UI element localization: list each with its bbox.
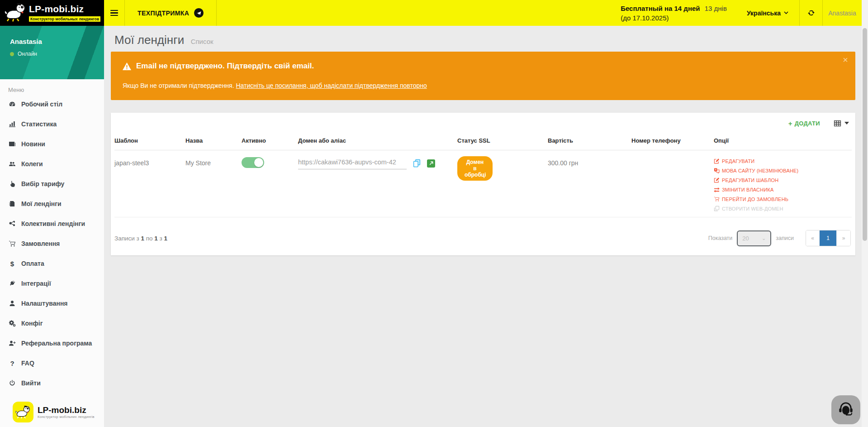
sidebar-item-payment[interactable]: $ Оплата [0,254,104,273]
sidebar-item-news[interactable]: Новини [0,134,104,154]
topbar-username[interactable]: Anastasia [823,0,862,26]
language-icon [714,168,720,173]
dog-logo-icon [13,402,33,422]
refresh-icon [807,9,815,17]
sidebar-item-referral[interactable]: Реферальна програма [0,333,104,353]
scrollbar-thumb[interactable] [863,28,867,241]
option-edit[interactable]: РЕДАГУВАТИ [714,158,852,164]
hamburger-menu-button[interactable] [104,0,125,26]
copy-icon[interactable] [413,159,421,168]
menu-section-label: Меню [8,86,104,93]
column-header[interactable]: Шаблон [114,137,185,144]
column-header[interactable]: Статус SSL [457,137,548,144]
sidebar-item-my-landings[interactable]: Мої лендінги [0,194,104,214]
footer-logo-subtitle: Конструктор мобільних лендингів [38,415,95,419]
sidebar-item-dashboard[interactable]: Робочий стіл [0,94,104,114]
records-summary: Записи з 1 по 1 з 1 [114,235,167,242]
profile-name: Anastasia [10,38,104,45]
profile-block: Anastasia Онлайн [0,26,104,79]
sidebar-item-tariff[interactable]: Вибір тарифу [0,174,104,194]
page-subtitle: Список [191,38,213,45]
open-external-link-icon[interactable] [427,159,435,168]
plug-icon [8,280,16,287]
panel-toolbar: + ДОДАТИ [114,113,852,134]
trial-until-date: (до 17.10.2025) [621,13,669,23]
sidebar-footer-logo[interactable]: LP-mobi.biz Конструктор мобільних лендин… [13,402,95,422]
close-icon[interactable]: × [843,55,848,64]
sidebar-item-collective-landings[interactable]: Колективні лендінги [0,214,104,234]
column-header[interactable]: Номер телефону [631,137,714,144]
sidebar-item-config[interactable]: Конфіг [0,313,104,333]
active-toggle[interactable] [242,157,264,168]
sidebar-item-label: Конфіг [21,320,43,327]
landings-panel: + ДОДАТИ Шаблон Назва Активно Домен або … [111,113,855,255]
user-icon [8,300,16,307]
logo-title: LP-mobi.biz [29,4,100,14]
cell-active [242,156,298,168]
sidebar-item-orders[interactable]: Замовлення [0,234,104,254]
sidebar-item-logout[interactable]: Вийти [0,373,104,393]
app-logo[interactable]: LP-mobi.biz Конструктор мобильных лендин… [0,0,104,26]
email-warning-banner: × Email не підтверджено. Підтвердіть сві… [111,52,855,100]
support-label: ТЕХПІДТРИМКА [138,10,189,17]
option-change-owner[interactable]: ЗМІНИТИ ВЛАСНИКА [714,187,852,192]
page-head: Мої лендінги Список [104,26,862,47]
cell-price: 300.00 грн [548,156,631,167]
option-go-to-orders[interactable]: ПЕРЕЙТИ ДО ЗАМОВЛЕНЬ [714,196,852,202]
scrollbar-track[interactable] [862,0,868,427]
support-chat-button[interactable] [831,395,860,424]
topbar-main: ТЕХПІДТРИМКА Бесплатный на 14 дней 13 дн… [104,0,862,26]
page-size-select[interactable]: 20 ⌄ [737,230,771,246]
edit-icon [714,158,720,164]
option-edit-template[interactable]: РЕДАГУВАТИ ШАБЛОН [714,177,852,183]
language-selector[interactable]: Українська [736,0,799,26]
column-header[interactable]: Опції [714,137,852,144]
pagination-prev-button[interactable]: « [806,230,820,246]
support-button[interactable]: ТЕХПІДТРИМКА [125,0,217,26]
alert-title: Email не підтверджено. Підтвердіть свій … [136,62,314,71]
dollar-icon: $ [8,260,16,268]
page-size-value: 20 [742,235,749,242]
cell-template: japan-steel3 [114,156,185,167]
table-footer: Записи з 1 по 1 з 1 Показати 20 ⌄ записи… [114,217,852,255]
sidebar-item-label: Новини [21,140,45,148]
telegram-icon [194,8,204,18]
cell-name: My Store [185,156,242,167]
option-site-language[interactable]: МОВА САЙТУ (НЕЗМІНЮВАНЕ) [714,168,852,173]
column-header[interactable]: Домен або аліас [298,137,457,144]
add-landing-button[interactable]: + ДОДАТИ [788,120,820,127]
column-header[interactable]: Вартість [548,137,631,144]
cell-domain [298,156,457,169]
sidebar-item-label: FAQ [21,360,34,367]
pagination-page-1-button[interactable]: 1 [820,230,837,246]
ssl-status-badge: Домен в обробці [457,156,493,181]
sidebar-item-integrations[interactable]: Інтеграції [0,273,104,293]
sidebar-item-faq[interactable]: ? FAQ [0,353,104,373]
column-header[interactable]: Назва [185,137,242,144]
table-row: japan-steel3 My Store Домен в обробці [114,150,852,217]
pagination-next-button[interactable]: » [837,230,850,246]
rows-label: записи [776,235,794,241]
grid-icon [834,120,841,127]
domain-input[interactable] [298,157,407,169]
plus-icon: + [788,120,792,127]
sidebar-item-statistics[interactable]: Статистика [0,114,104,134]
app-screen: LP-mobi.biz Конструктор мобильных лендин… [0,0,868,427]
trial-status: Бесплатный на 14 дней 13 днів (до 17.10.… [621,0,727,26]
alert-text: Якщо Ви не отримали підтвердження. [123,82,236,89]
column-header[interactable]: Активно [242,137,298,144]
footer-logo-title: LP-mobi.biz [38,406,95,415]
sidebar-item-colleagues[interactable]: Колеги [0,154,104,174]
sidebar-item-label: Вибір тарифу [21,180,64,187]
clone-icon [714,206,720,211]
sidebar-item-label: Інтеграції [21,280,51,287]
sidebar-item-settings[interactable]: Налаштування [0,293,104,313]
resend-confirmation-link[interactable]: Натисніть це посилання, щоб надіслати пі… [236,82,427,89]
trial-title: Бесплатный на 14 дней [621,5,700,12]
refresh-button[interactable] [800,0,822,26]
cell-ssl-status: Домен в обробці [457,156,548,181]
page-title: Мої лендінги [114,33,184,47]
columns-dropdown-button[interactable] [834,120,849,127]
landing-icon [8,200,16,207]
colleagues-icon [8,160,16,168]
